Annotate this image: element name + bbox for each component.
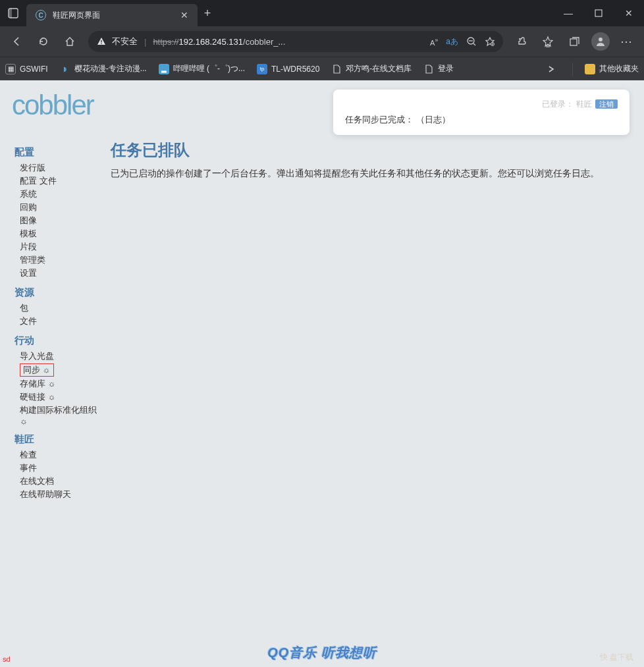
bookmark-icon: ◗ bbox=[60, 64, 70, 74]
read-aloud-icon[interactable]: A» bbox=[430, 37, 438, 47]
bookmark-item[interactable]: 登录 bbox=[423, 63, 454, 74]
bookmark-label: GSWIFI bbox=[20, 65, 48, 74]
page-title: 任务已排队 bbox=[111, 140, 630, 161]
sidebar-item-importdvd[interactable]: 导入光盘 bbox=[14, 350, 107, 363]
bookmarks-bar: ▦GSWIFI ◗樱花动漫-专注动漫... ▂哔哩哔哩 (゜-゜)つ... tp… bbox=[0, 57, 644, 80]
bookmark-label: TL-WDR5620 bbox=[271, 65, 319, 74]
page-icon bbox=[331, 64, 342, 74]
menu-button[interactable]: ⋯ bbox=[615, 30, 639, 53]
bookmark-label: 邓方鸣-在线文档库 bbox=[346, 63, 412, 74]
qqmusic-watermark: QQ音乐 听我想听 bbox=[267, 644, 377, 662]
refresh-button[interactable] bbox=[32, 30, 55, 53]
sidebar-item-repos[interactable]: 回购 bbox=[14, 201, 107, 214]
sidebar-item-mgmtclasses[interactable]: 管理类 bbox=[14, 253, 107, 267]
favorites-icon[interactable] bbox=[536, 30, 560, 53]
bookmark-item[interactable]: ▦GSWIFI bbox=[5, 64, 48, 74]
new-tab-button[interactable]: + bbox=[198, 7, 217, 20]
profile-avatar[interactable] bbox=[589, 30, 612, 53]
favicon-icon: C bbox=[36, 10, 46, 20]
bookmark-icon: ▦ bbox=[5, 64, 16, 74]
page-content: cobbler 已登录： 鞋匠 注销 任务同步已完成： （日志） 配置 发行版 … bbox=[0, 80, 644, 667]
bookmark-item[interactable]: ▂哔哩哔哩 (゜-゜)つ... bbox=[159, 63, 245, 74]
insecure-label: 不安全 bbox=[112, 36, 138, 47]
close-window-button[interactable]: ✕ bbox=[614, 0, 644, 26]
sidebar-item-reposync[interactable]: 存储库 ☼ bbox=[14, 377, 107, 390]
bookmarks-overflow-icon[interactable] bbox=[542, 65, 560, 73]
bookmark-label: 樱花动漫-专注动漫... bbox=[74, 63, 147, 74]
logout-button[interactable]: 注销 bbox=[595, 99, 618, 109]
sidebar-section-actions: 行动 bbox=[14, 334, 107, 347]
home-button[interactable] bbox=[58, 30, 82, 53]
main-content: 任务已排队 已为已启动的操作创建了一个后台任务。弹出通知将提醒您有关此任务和其他… bbox=[111, 140, 630, 656]
tab-manager-icon[interactable] bbox=[0, 8, 26, 18]
bookmark-label: 登录 bbox=[438, 63, 454, 74]
sidebar-item-templates[interactable]: 模板 bbox=[14, 227, 107, 240]
extensions-icon[interactable] bbox=[510, 30, 533, 53]
svg-rect-13 bbox=[570, 39, 577, 45]
window-controls: — ✕ bbox=[553, 0, 644, 26]
folder-icon bbox=[585, 64, 595, 74]
page-icon bbox=[423, 64, 434, 74]
source-watermark: 快 盘下载 bbox=[600, 652, 633, 663]
sidebar-item-buildiso[interactable]: 构建国际标准化组织 ☼ bbox=[14, 404, 107, 427]
close-tab-icon[interactable]: ✕ bbox=[180, 10, 188, 20]
collections-icon[interactable] bbox=[562, 30, 586, 53]
login-status: 已登录： 鞋匠 注销 bbox=[345, 99, 618, 110]
sidebar-item-settings[interactable]: 设置 bbox=[14, 267, 107, 280]
logged-user: 鞋匠 bbox=[576, 99, 592, 109]
sidebar-item-profiles[interactable]: 配置 文件 bbox=[14, 174, 107, 188]
sidebar-nav: 配置 发行版 配置 文件 系统 回购 图像 模板 片段 管理类 设置 资源 包 … bbox=[14, 140, 107, 656]
sidebar-item-sync[interactable]: 同步 ☼ bbox=[14, 363, 107, 377]
sidebar-item-packages[interactable]: 包 bbox=[14, 302, 107, 315]
cobbler-logo: cobbler bbox=[12, 90, 94, 121]
zoom-icon[interactable] bbox=[466, 36, 477, 47]
tab-title: 鞋匠网页界面 bbox=[53, 10, 174, 21]
bookmark-icon: tp bbox=[257, 64, 267, 74]
svg-line-7 bbox=[473, 43, 475, 45]
addr-separator: | bbox=[144, 37, 146, 47]
address-bar[interactable]: 不安全 | https://192.168.245.131/cobbler_..… bbox=[88, 31, 503, 52]
task-status-line: 任务同步已完成： （日志） bbox=[345, 114, 618, 126]
browser-tab[interactable]: C 鞋匠网页界面 ✕ bbox=[26, 4, 198, 26]
bookmark-item[interactable]: tpTL-WDR5620 bbox=[257, 64, 319, 74]
url-text: https://192.168.245.131/cobbler_... bbox=[153, 37, 285, 47]
sidebar-item-check[interactable]: 检查 bbox=[14, 448, 107, 462]
translate-icon[interactable]: aあ bbox=[446, 36, 458, 47]
svg-point-14 bbox=[599, 38, 603, 41]
sidebar-section-cobbler: 鞋匠 bbox=[14, 433, 107, 446]
sidebar-item-systems[interactable]: 系统 bbox=[14, 188, 107, 201]
bookmark-item[interactable]: 邓方鸣-在线文档库 bbox=[331, 63, 412, 74]
sidebar-item-hardlink[interactable]: 硬链接 ☼ bbox=[14, 390, 107, 404]
bookmark-icon: ▂ bbox=[159, 64, 169, 74]
sidebar-item-help[interactable]: 在线帮助聊天 bbox=[14, 488, 107, 501]
sd-mark: sd bbox=[3, 655, 11, 663]
sidebar-section-resources: 资源 bbox=[14, 286, 107, 299]
bookmark-item[interactable]: ◗樱花动漫-专注动漫... bbox=[60, 63, 147, 74]
notification-panel: 已登录： 鞋匠 注销 任务同步已完成： （日志） bbox=[333, 90, 630, 135]
sidebar-item-snippets[interactable]: 片段 bbox=[14, 240, 107, 253]
page-body: 已为已启动的操作创建了一个后台任务。弹出通知将提醒您有关此任务和其他任务的状态更… bbox=[111, 166, 618, 180]
minimize-button[interactable]: — bbox=[553, 0, 583, 26]
sidebar-item-distros[interactable]: 发行版 bbox=[14, 161, 107, 174]
sidebar-item-files[interactable]: 文件 bbox=[14, 315, 107, 328]
bookmark-label: 哔哩哔哩 (゜-゜)つ... bbox=[173, 63, 245, 74]
sidebar-item-docs[interactable]: 在线文档 bbox=[14, 475, 107, 488]
maximize-button[interactable] bbox=[583, 0, 614, 26]
svg-rect-1 bbox=[9, 9, 12, 18]
other-bookmarks-folder[interactable]: 其他收藏夹 bbox=[585, 63, 639, 74]
svg-rect-4 bbox=[101, 43, 101, 44]
sidebar-item-images[interactable]: 图像 bbox=[14, 214, 107, 227]
titlebar: C 鞋匠网页界面 ✕ + — ✕ bbox=[0, 0, 644, 26]
sidebar-section-config: 配置 bbox=[14, 146, 107, 159]
back-button[interactable] bbox=[5, 30, 29, 53]
browser-toolbar: 不安全 | https://192.168.245.131/cobbler_..… bbox=[0, 26, 644, 57]
separator bbox=[572, 63, 573, 76]
bookmark-label: 其他收藏夹 bbox=[599, 63, 639, 74]
svg-rect-3 bbox=[101, 40, 101, 43]
favorite-icon[interactable] bbox=[485, 36, 495, 47]
task-log-link[interactable]: （日志） bbox=[416, 115, 450, 124]
svg-rect-2 bbox=[595, 10, 602, 16]
sidebar-item-events[interactable]: 事件 bbox=[14, 462, 107, 475]
insecure-icon bbox=[96, 36, 107, 47]
